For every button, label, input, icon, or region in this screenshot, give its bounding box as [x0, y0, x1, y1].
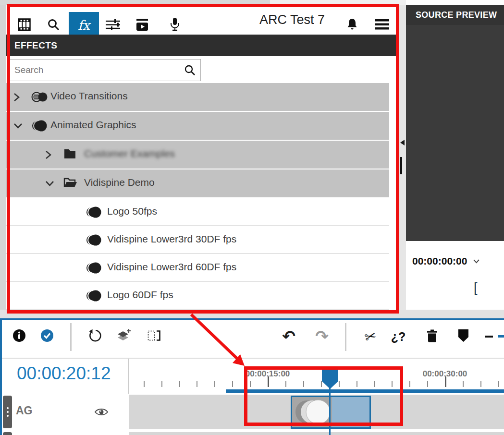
tree-effect-logo-50fps[interactable]: Logo 50fps [6, 198, 389, 226]
chevron-right-icon[interactable] [45, 150, 52, 162]
media-bin-icon [18, 18, 31, 33]
animated-graphics-icon [86, 205, 103, 221]
panel-splitter[interactable] [399, 5, 406, 318]
timeline-duration-bar[interactable] [226, 389, 504, 393]
tree-label: Vidispine Demo [84, 177, 155, 188]
redo-button[interactable]: ↷ [311, 325, 333, 347]
effects-panel-header: EFFECTS [6, 35, 399, 56]
bell-icon [346, 18, 358, 33]
chevron-right-icon[interactable] [13, 92, 20, 104]
tree-category-video-transitions[interactable]: Video Transitions [6, 83, 389, 111]
info-icon [12, 329, 26, 344]
export-nav-button[interactable] [132, 15, 153, 36]
toolbar-divider [70, 323, 72, 351]
approve-check-icon [40, 329, 54, 344]
left-gutter [0, 5, 6, 318]
timeline-section: ↶ ↷ ✂ ¿? 00:00:20:12 00:00:15:00 00:00:3… [0, 318, 504, 435]
tree-label-blurred: Customer Examples [84, 148, 175, 159]
section-gap [0, 310, 504, 318]
collapse-panel-icon[interactable] [400, 140, 405, 145]
effects-fx-icon: fx [78, 18, 90, 33]
tree-folder-vidispine-demo[interactable]: Vidispine Demo [6, 169, 389, 197]
track-lane-next[interactable] [129, 432, 504, 435]
source-preview-header: SOURCE PREVIEW [406, 5, 504, 25]
window-top-strip [0, 0, 270, 5]
video-transition-icon [31, 90, 49, 106]
timeline-current-timecode: 00:00:20:12 [17, 363, 111, 384]
source-timecode-dropdown[interactable]: 00:00:00:00 [412, 255, 480, 267]
chevron-down-icon[interactable] [473, 257, 480, 266]
clip-animated-graphics-icon [294, 397, 332, 427]
scrollbar-thumb[interactable] [400, 157, 402, 174]
voiceover-nav-button[interactable] [164, 15, 185, 36]
cut-scissors-icon: ✂ [363, 327, 378, 346]
animated-graphics-icon [86, 289, 103, 304]
zoom-out-minus-icon [485, 336, 493, 338]
tree-label: Logo 60DF fps [107, 289, 173, 301]
toolbar-divider [345, 323, 346, 351]
tree-effect-lower3rd-60df[interactable]: Vidispine Lower3rd 60DF fps [6, 254, 389, 282]
search-nav-button[interactable] [43, 15, 64, 36]
chevron-down-icon[interactable] [45, 180, 55, 189]
track-drag-handle[interactable] [3, 432, 12, 435]
settings-nav-button[interactable] [102, 15, 123, 36]
tree-effect-logo-60df[interactable]: Logo 60DF fps [6, 282, 389, 310]
app-screen: fx ARC Test 7 EFFECTS Video Transiti [0, 0, 504, 435]
search-icon [47, 18, 60, 33]
effects-search-input[interactable] [14, 60, 178, 81]
redo-icon: ↷ [315, 327, 329, 346]
track-drag-handle[interactable] [3, 396, 12, 428]
playhead-line[interactable] [329, 388, 331, 435]
add-marker-button[interactable] [452, 326, 474, 348]
search-submit-icon[interactable] [184, 64, 196, 78]
marker-icon [458, 329, 469, 344]
unlink-icon: ¿? [391, 330, 406, 344]
media-bin-button[interactable] [13, 15, 35, 36]
window-top-strip-light [270, 0, 406, 5]
history-icon [88, 328, 102, 345]
tree-label: Animated Graphics [50, 119, 136, 131]
folder-open-icon [63, 177, 77, 191]
project-title: ARC Test 7 [259, 12, 325, 27]
undo-button[interactable]: ↶ [278, 325, 300, 347]
unlink-button[interactable]: ¿? [387, 326, 409, 348]
effects-tree: Video Transitions Animated Graphics Cust… [6, 83, 399, 310]
zoom-slider-track[interactable] [498, 335, 504, 338]
notifications-button[interactable] [342, 15, 363, 36]
effects-search-box[interactable] [8, 59, 201, 81]
trim-button[interactable] [143, 326, 165, 348]
add-layer-icon [116, 328, 131, 345]
playhead-marker[interactable] [322, 368, 338, 391]
mark-in-indicator: [ [474, 280, 478, 295]
effects-search-row [6, 56, 399, 83]
cut-button[interactable]: ✂ [359, 326, 381, 348]
tree-category-animated-graphics[interactable]: Animated Graphics [6, 112, 389, 140]
zoom-out-button[interactable] [478, 326, 500, 348]
source-timecode: 00:00:00:00 [412, 255, 467, 267]
grip-dots-icon [7, 407, 9, 419]
chevron-down-icon[interactable] [13, 122, 23, 131]
main-toolbar: fx ARC Test 7 [6, 5, 399, 34]
clip-extension-region [332, 397, 369, 427]
tree-effect-lower3rd-30df[interactable]: Vidispine Lower3rd 30DF fps [6, 226, 389, 254]
menu-button[interactable] [371, 15, 393, 36]
settings-sliders-icon [105, 18, 121, 33]
track-header-next [2, 432, 128, 435]
trim-icon [148, 329, 161, 344]
animated-graphics-clip[interactable] [291, 396, 371, 429]
export-video-icon [135, 18, 149, 33]
timeline-ruler[interactable] [129, 358, 504, 387]
tree-folder-customer-examples[interactable]: Customer Examples [6, 141, 389, 169]
history-button[interactable] [84, 326, 106, 348]
clip-info-button[interactable] [8, 326, 30, 348]
track-label: AG [16, 404, 33, 417]
tree-label: Logo 50fps [107, 205, 157, 217]
track-visibility-eye-icon[interactable] [94, 407, 109, 419]
delete-button[interactable] [421, 326, 443, 348]
add-layer-button[interactable] [112, 326, 135, 348]
undo-icon: ↶ [282, 327, 295, 346]
folder-closed-icon [63, 148, 76, 162]
approve-button[interactable] [36, 326, 58, 348]
trash-icon [427, 329, 438, 344]
voiceover-mic-icon [170, 17, 180, 34]
